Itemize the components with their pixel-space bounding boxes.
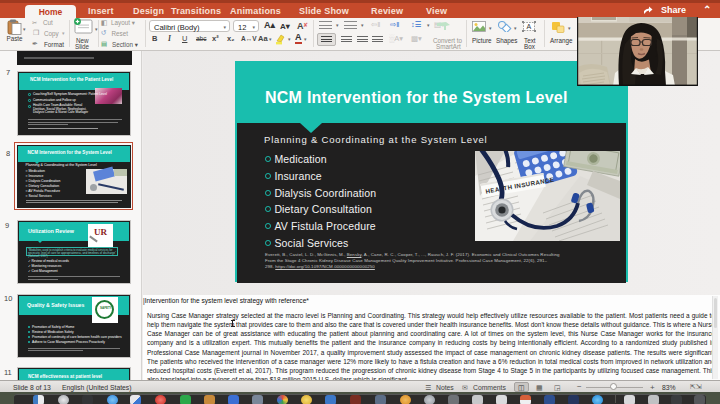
- svg-text:A: A: [527, 23, 532, 30]
